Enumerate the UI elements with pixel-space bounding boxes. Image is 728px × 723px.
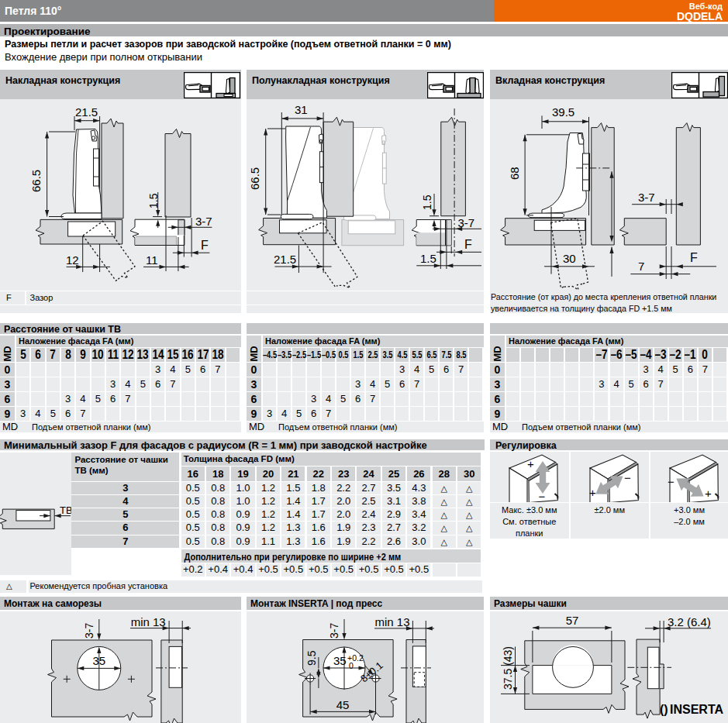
svg-text:3-7: 3-7 [457, 216, 474, 229]
svg-text:min 13: min 13 [375, 615, 410, 628]
svg-text:−: − [539, 490, 546, 502]
svg-text:0: 0 [349, 661, 354, 670]
svg-text:12: 12 [66, 253, 79, 267]
svg-text:37.5 (43): 37.5 (43) [502, 646, 514, 690]
svg-text:66.5: 66.5 [29, 170, 43, 192]
svg-text:1.5: 1.5 [147, 193, 160, 208]
svg-text:INSERTA: INSERTA [670, 703, 723, 716]
svg-text:31: 31 [295, 103, 308, 116]
svg-text:11: 11 [146, 253, 158, 267]
svg-text:39.5: 39.5 [552, 105, 574, 119]
svg-text:35: 35 [92, 654, 105, 667]
svg-text:F: F [464, 238, 472, 251]
svg-text:68: 68 [508, 167, 521, 180]
svg-text:9.5: 9.5 [305, 650, 318, 666]
svg-text:3.2 (6.4): 3.2 (6.4) [668, 615, 711, 628]
svg-text:−: − [624, 471, 631, 484]
svg-text:min 13: min 13 [131, 615, 166, 628]
svg-text:(): () [660, 703, 668, 716]
svg-text:21.5: 21.5 [274, 253, 296, 266]
svg-text:57: 57 [566, 614, 579, 627]
svg-text:21.5: 21.5 [75, 105, 98, 119]
svg-text:7: 7 [638, 260, 644, 273]
svg-text:F: F [690, 251, 698, 264]
svg-text:+: + [705, 487, 712, 500]
svg-text:−: − [668, 475, 675, 488]
svg-text:1.5: 1.5 [421, 195, 433, 210]
svg-text:45: 45 [336, 698, 350, 711]
svg-text:35: 35 [333, 654, 347, 667]
svg-text:TB: TB [60, 504, 71, 516]
svg-text:30: 30 [563, 252, 576, 265]
svg-text:3-7: 3-7 [328, 623, 340, 639]
svg-text:+: + [527, 457, 534, 470]
svg-text:3-7: 3-7 [638, 191, 655, 204]
svg-text:66.5: 66.5 [248, 167, 261, 190]
svg-text:3-7: 3-7 [195, 215, 212, 228]
svg-text:3-7: 3-7 [83, 623, 95, 639]
svg-text:+: + [589, 486, 596, 499]
svg-text:F: F [201, 239, 209, 252]
svg-text:1.5: 1.5 [420, 252, 436, 265]
